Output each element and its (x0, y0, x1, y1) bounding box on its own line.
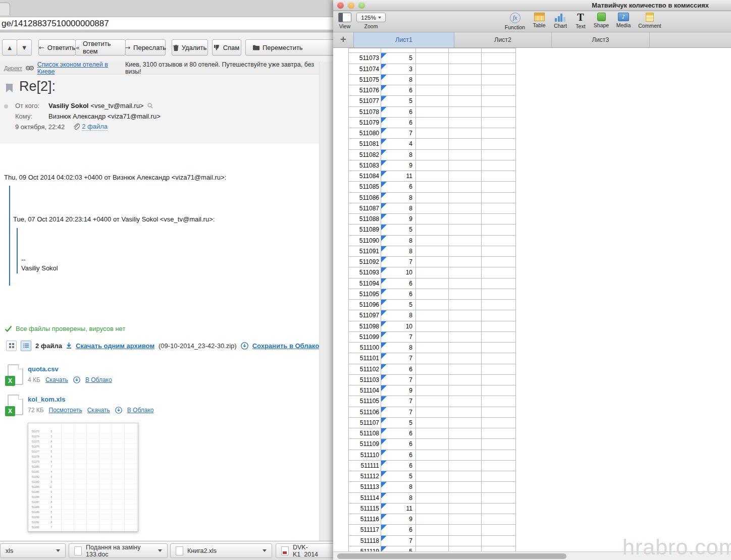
table-cell[interactable] (449, 428, 482, 439)
table-cell[interactable] (416, 418, 449, 428)
table-cell-value[interactable]: 7 (381, 332, 416, 343)
table-cell[interactable] (449, 353, 482, 364)
table-cell-id[interactable]: 511092 (349, 257, 381, 267)
table-cell[interactable] (449, 364, 482, 375)
table-cell-id[interactable]: 511078 (349, 107, 381, 118)
table-cell-id[interactable]: 511119 (349, 546, 381, 551)
table-cell[interactable] (449, 203, 482, 214)
table-cell-id[interactable]: 511109 (349, 439, 381, 450)
table-cell[interactable] (449, 278, 482, 289)
table-cell[interactable] (416, 546, 449, 551)
text-button[interactable]: T Text (571, 13, 590, 29)
table-cell[interactable] (482, 514, 516, 525)
table-cell[interactable] (482, 503, 516, 514)
table-cell[interactable] (449, 64, 482, 75)
table-cell-value[interactable]: 9 (381, 385, 416, 396)
shape-button[interactable]: Shape (591, 13, 612, 28)
table-cell[interactable] (416, 96, 449, 106)
table-cell-value[interactable]: 6 (381, 525, 416, 535)
table-cell[interactable] (482, 96, 516, 106)
table-cell[interactable] (449, 321, 482, 332)
attachment-download-link[interactable]: Скачать (45, 376, 68, 383)
from-email[interactable]: <vse_tv@mail.ru> (91, 102, 144, 109)
table-cell[interactable] (482, 64, 516, 75)
table-cell[interactable] (482, 385, 516, 396)
table-cell[interactable] (449, 225, 482, 235)
table-cell[interactable] (416, 225, 449, 235)
table-cell[interactable] (416, 396, 449, 407)
table-cell-id[interactable]: 511084 (349, 171, 381, 182)
table-cell-id[interactable]: 511116 (349, 514, 381, 525)
view-button[interactable]: View (338, 13, 351, 29)
table-cell[interactable] (482, 267, 516, 278)
table-cell[interactable] (416, 85, 449, 96)
table-cell[interactable] (416, 257, 449, 267)
table-cell[interactable] (482, 461, 516, 471)
attachment-cloud-link[interactable]: В Облако (85, 376, 112, 383)
table-cell[interactable] (449, 343, 482, 353)
attachment-preview-thumbnail[interactable]: 5110735511074351107585110766511077551107… (28, 423, 138, 532)
table-cell-id[interactable]: 511098 (349, 321, 381, 332)
table-cell[interactable] (449, 418, 482, 428)
table-cell[interactable] (482, 214, 516, 225)
delete-button[interactable]: Удалить (172, 39, 208, 55)
table-cell[interactable] (482, 225, 516, 235)
table-cell-id[interactable]: 511106 (349, 407, 381, 418)
table-cell-value[interactable]: 8 (381, 493, 416, 503)
table-cell[interactable] (449, 139, 482, 149)
table-cell[interactable] (416, 471, 449, 482)
table-cell[interactable] (416, 193, 449, 203)
table-cell[interactable] (482, 203, 516, 214)
table-cell[interactable] (449, 75, 482, 85)
table-cell-value[interactable]: 5 (381, 53, 416, 64)
table-cell[interactable] (416, 300, 449, 310)
table-cell[interactable] (449, 536, 482, 546)
next-message-button[interactable]: ▼ (17, 39, 32, 55)
table-cell[interactable] (482, 428, 516, 439)
table-cell[interactable] (449, 525, 482, 535)
table-cell[interactable] (449, 289, 482, 300)
table-cell-value[interactable]: 6 (381, 278, 416, 289)
table-cell[interactable] (449, 182, 482, 192)
table-cell-value[interactable]: 8 (381, 203, 416, 214)
table-cell[interactable] (482, 289, 516, 300)
table-cell[interactable] (449, 85, 482, 96)
table-cell[interactable] (416, 503, 449, 514)
table-cell-value[interactable]: 7 (381, 396, 416, 407)
function-button[interactable]: fx Function (503, 13, 527, 30)
table-cell-value[interactable]: 7 (381, 407, 416, 418)
table-cell[interactable] (482, 471, 516, 482)
table-cell-id[interactable]: 511090 (349, 236, 381, 246)
table-cell[interactable] (482, 418, 516, 428)
table-cell[interactable] (416, 203, 449, 214)
table-cell-id[interactable]: 511114 (349, 493, 381, 503)
table-cell[interactable] (482, 128, 516, 139)
table-cell[interactable] (416, 278, 449, 289)
reply-all-button[interactable]: «Ответить всем (75, 39, 126, 55)
table-cell-id[interactable]: 511112 (349, 471, 381, 482)
table-cell[interactable] (416, 160, 449, 171)
table-cell[interactable] (482, 75, 516, 85)
table-cell-id[interactable]: 511073 (349, 53, 381, 64)
zoom-dropdown[interactable]: 125% (356, 13, 386, 22)
table-cell[interactable] (449, 300, 482, 310)
table-cell[interactable] (416, 128, 449, 139)
table-cell[interactable] (416, 182, 449, 192)
ad-link[interactable]: Список эконом отелей в Киеве (37, 61, 122, 75)
attachment-name[interactable]: quota.csv (28, 365, 59, 373)
table-cell[interactable] (482, 139, 516, 149)
table-cell[interactable] (449, 150, 482, 160)
table-cell[interactable] (482, 396, 516, 407)
table-cell[interactable] (482, 236, 516, 246)
table-cell[interactable] (482, 364, 516, 375)
table-cell-id[interactable]: 511086 (349, 193, 381, 203)
table-cell[interactable] (416, 482, 449, 492)
table-cell-id[interactable]: 511105 (349, 396, 381, 407)
bookmark-flag-icon[interactable] (6, 84, 13, 92)
save-to-cloud-link[interactable]: Сохранить в Облако (252, 342, 319, 350)
table-cell[interactable] (449, 514, 482, 525)
comment-button[interactable]: Comment (635, 13, 664, 29)
zoom-control[interactable]: 125% Zoom (356, 13, 386, 29)
table-cell-value[interactable]: 5 (381, 300, 416, 310)
table-cell-id[interactable]: 511080 (349, 128, 381, 139)
